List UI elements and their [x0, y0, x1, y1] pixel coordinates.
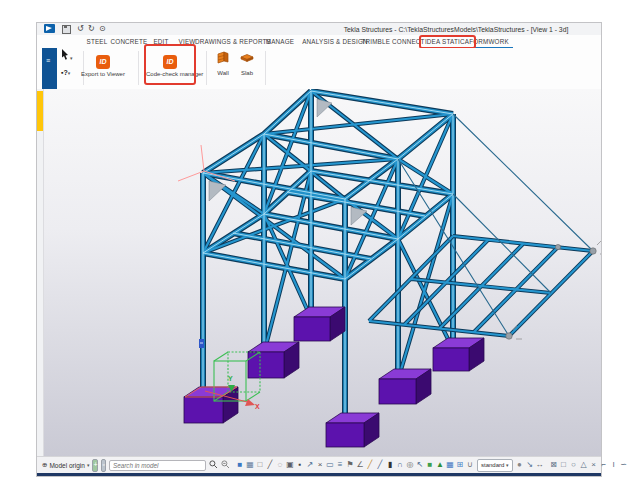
select-any-icon[interactable]: ⊠	[550, 459, 558, 471]
tekla-structures-window: ↺ ↻ ⊙ Tekla Structures - C:\TeklaStructu…	[36, 22, 602, 477]
pointer-tool[interactable]: ▾	[61, 49, 73, 61]
ribbon-separator	[265, 51, 266, 85]
selection-mode-dropdown[interactable]: standard ▾	[477, 459, 513, 472]
tab-manage[interactable]: MANAGE	[266, 35, 295, 48]
snap-toolbar: ■▦□╱◌▣▪↗×▭≡⚑∠╱╱▮∩◎↖■▲▦⊞∪	[236, 459, 474, 471]
move-icon[interactable]: ↗	[306, 459, 314, 471]
select-part-icon[interactable]: □	[560, 459, 568, 471]
search-input[interactable]	[109, 460, 206, 471]
angle-icon[interactable]: ∠	[356, 459, 364, 471]
select-switch-toolbar: ⊠□○△×⌐I∽	[550, 459, 628, 471]
dark-tile-icon[interactable]: ▮	[386, 459, 394, 471]
advanced-search-icon[interactable]	[221, 460, 230, 470]
ribbon: ≡ ▾ ▪?▾ ID Export to Viewer ▾ ID Code-ch…	[37, 48, 601, 90]
frame-view-icon[interactable]: ⊞	[456, 459, 464, 471]
select-area-icon[interactable]: □	[256, 459, 264, 471]
ribbon-separator	[138, 51, 139, 85]
ribbon-separator	[206, 51, 207, 85]
desktop: ↺ ↻ ⊙ Tekla Structures - C:\TeklaStructu…	[0, 0, 640, 500]
chevron-down-icon: ▾	[506, 462, 509, 468]
redo-icon[interactable]: ↻	[88, 23, 95, 35]
idea-statica-logo-icon: ID	[96, 55, 110, 69]
model-origin-dropdown[interactable]: ⊕ Model origin ▾	[42, 461, 89, 469]
column-mark	[199, 339, 204, 348]
tab-concrete[interactable]: CONCRETE	[111, 35, 148, 48]
help-tool[interactable]: ▪?▾	[61, 69, 70, 76]
chevron-down-icon: ▾	[70, 55, 73, 61]
snap-extend-icon[interactable]: ↔	[536, 459, 544, 471]
menu-icon: ≡	[46, 57, 50, 64]
blue-grid-icon[interactable]: ▦	[446, 459, 454, 471]
list-icon[interactable]: ≡	[336, 459, 344, 471]
select-point-icon[interactable]: ○	[570, 459, 578, 471]
tab-steel[interactable]: STEEL	[87, 35, 108, 48]
snap-point-icon[interactable]: ●	[516, 459, 524, 471]
pointer-icon[interactable]: ↖	[416, 459, 424, 471]
snap-line-icon[interactable]: ↘	[526, 459, 534, 471]
select-bolt-icon[interactable]: I	[610, 459, 618, 471]
select-rebar-icon[interactable]: ∽	[620, 459, 628, 471]
chevron-down-icon: ▾	[87, 462, 90, 468]
select-cut-icon[interactable]: ⌐	[600, 459, 608, 471]
tree-icon[interactable]: ▲	[436, 459, 444, 471]
model-viewport[interactable]: X Y	[37, 89, 601, 458]
annotation-box-idea-statica-tab	[419, 35, 476, 49]
slab-icon	[240, 50, 254, 64]
pen-orange-icon[interactable]: ╱	[366, 459, 374, 471]
snap-toolbar-2: ●↘↔	[516, 459, 544, 471]
status-bar: ⊕ Model origin ▾ + ▫ ■▦□╱◌▣▪↗×▭≡⚑∠╱╱▮∩◎↖…	[37, 456, 601, 473]
select-weld-icon[interactable]: ×	[590, 459, 598, 471]
model-3d-view[interactable]: X Y	[37, 89, 601, 458]
flag-icon[interactable]: ⚑	[346, 459, 354, 471]
wall-icon	[216, 50, 230, 64]
plate-icon[interactable]: ▭	[326, 459, 334, 471]
ribbon-tab-bar: STEEL CONCRETE EDIT VIEW DRAWINGS & REPO…	[37, 35, 601, 49]
concrete-part-icon[interactable]: ▣	[286, 459, 294, 471]
green-tile-icon[interactable]: ■	[426, 459, 434, 471]
create-line-icon[interactable]: ╱	[266, 459, 274, 471]
annotation-box-code-check-manager	[144, 44, 196, 85]
help-icon: ▪?	[61, 69, 68, 76]
slab-button[interactable]: Slab	[235, 50, 259, 77]
ribbon-menu-strip[interactable]: ≡	[42, 48, 57, 89]
point-icon[interactable]: ▪	[296, 459, 304, 471]
undo-icon[interactable]: ↺	[77, 23, 84, 35]
arch-icon[interactable]: ∩	[396, 459, 404, 471]
window-bottom-edge	[37, 473, 601, 476]
create-circle-icon[interactable]: ◌	[276, 459, 284, 471]
tekla-logo-icon	[44, 24, 55, 33]
history-icon[interactable]: ⊙	[99, 23, 106, 35]
target-icon[interactable]: ◎	[406, 459, 414, 471]
tab-trimble-connect[interactable]: TRIMBLE CONNECT	[361, 35, 424, 48]
tab-drawings-reports[interactable]: DRAWINGS & REPORTS	[195, 35, 271, 48]
origin-icon: ⊕	[42, 461, 47, 469]
save-icon[interactable]	[62, 25, 71, 34]
select-all-icon[interactable]: ■	[236, 459, 244, 471]
y-axis-label: Y	[228, 375, 233, 382]
x-axis-label: X	[255, 403, 260, 410]
chevron-down-icon: ▾	[68, 70, 71, 76]
search-icon[interactable]	[209, 460, 218, 470]
wall-button[interactable]: Wall	[211, 50, 235, 77]
add-view-button[interactable]: +	[92, 459, 98, 472]
select-grid-icon[interactable]: △	[580, 459, 588, 471]
magnet-icon[interactable]: ∪	[466, 459, 474, 471]
tab-analysis-design[interactable]: ANALYSIS & DESIGN	[302, 35, 368, 48]
select-components-icon[interactable]: ▦	[246, 459, 254, 471]
views-list-button[interactable]: ▫	[101, 459, 105, 472]
pen-blue-icon[interactable]: ╱	[376, 459, 384, 471]
cut-icon[interactable]: ×	[316, 459, 324, 471]
cursor-icon	[61, 49, 70, 60]
